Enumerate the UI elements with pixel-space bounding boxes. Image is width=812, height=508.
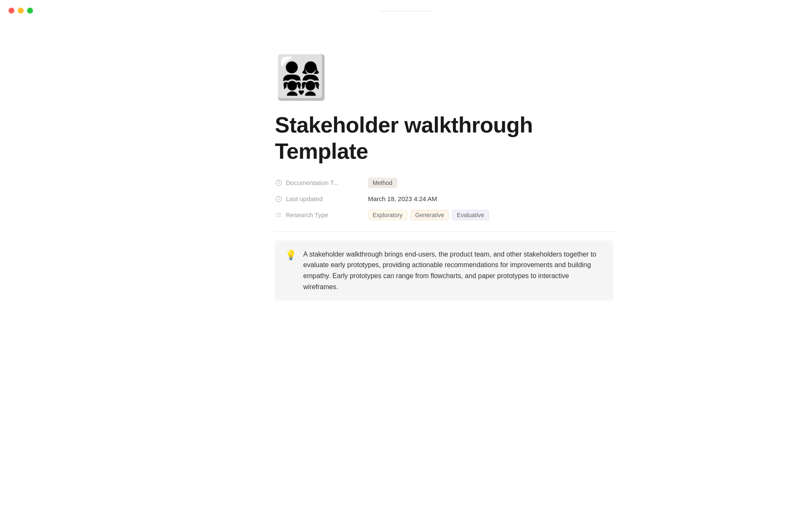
property-value-research-type: Exploratory Generative Evaluative [368, 210, 489, 220]
property-label-research-type: Research Type [275, 211, 368, 219]
property-value-documentation: Method [368, 178, 397, 188]
property-row-research-type: Research Type Exploratory Generative Eva… [275, 207, 617, 223]
tag-method[interactable]: Method [368, 178, 397, 188]
tag-generative[interactable]: Generative [411, 210, 449, 220]
property-label-documentation-type: Documentation T... [275, 179, 368, 187]
list-icon [275, 211, 283, 219]
section-divider [275, 232, 617, 232]
svg-rect-2 [276, 213, 277, 214]
top-bar-divider [381, 11, 431, 11]
properties-section: Documentation T... Method Last updated M… [275, 175, 617, 223]
tag-exploratory[interactable]: Exploratory [368, 210, 407, 220]
page-title[interactable]: Stakeholder walkthrough Template [275, 112, 617, 165]
property-row-documentation-type: Documentation T... Method [275, 175, 617, 191]
main-content: 👨‍👩‍👧‍👧 Stakeholder walkthrough Template… [195, 0, 617, 301]
last-updated-value[interactable]: March 18, 2023 4:24 AM [368, 195, 437, 202]
callout-block: 💡 A stakeholder walkthrough brings end-u… [275, 240, 613, 301]
maximize-button[interactable] [27, 8, 33, 14]
property-label-text-last-updated: Last updated [286, 195, 323, 202]
tag-evaluative[interactable]: Evaluative [452, 210, 489, 220]
callout-text: A stakeholder walkthrough brings end-use… [303, 249, 603, 292]
svg-rect-5 [277, 215, 281, 215]
clock-icon [275, 179, 283, 187]
svg-rect-7 [277, 216, 281, 217]
property-row-last-updated: Last updated March 18, 2023 4:24 AM [275, 191, 617, 207]
property-label-text-documentation: Documentation T... [286, 179, 339, 186]
property-value-last-updated: March 18, 2023 4:24 AM [368, 195, 437, 202]
callout-icon: 💡 [285, 250, 296, 261]
svg-rect-6 [276, 216, 277, 217]
property-label-text-research-type: Research Type [286, 211, 329, 218]
close-button[interactable] [8, 8, 14, 14]
top-bar [0, 0, 812, 22]
traffic-lights [8, 8, 33, 14]
minimize-button[interactable] [18, 8, 24, 14]
page-icon[interactable]: 👨‍👩‍👧‍👧 [275, 56, 617, 98]
svg-rect-3 [277, 213, 281, 213]
clock-icon-2 [275, 195, 283, 203]
property-label-last-updated: Last updated [275, 195, 368, 203]
svg-rect-4 [276, 215, 277, 215]
